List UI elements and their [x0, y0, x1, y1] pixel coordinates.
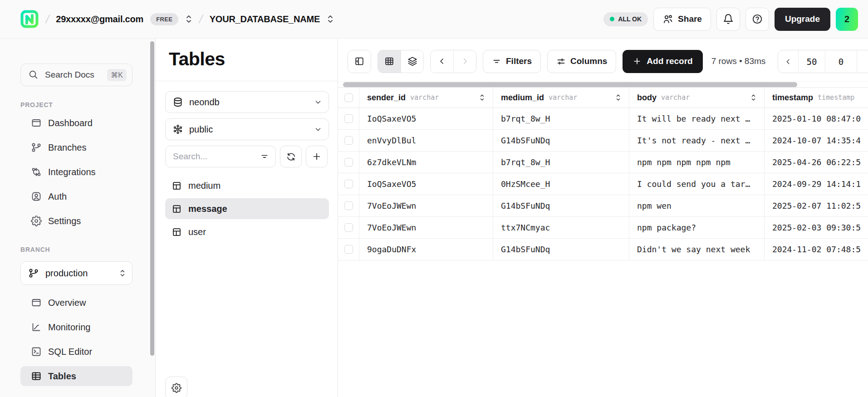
cell-body[interactable]: Didn't we say next week: [629, 239, 765, 260]
sidebar-scrollbar[interactable]: [150, 41, 154, 356]
sidebar-item-monitoring[interactable]: Monitoring: [20, 317, 132, 337]
panel-settings-button[interactable]: [165, 377, 187, 397]
sidebar-item-auth[interactable]: Auth: [20, 186, 132, 206]
filters-button[interactable]: Filters: [483, 50, 541, 73]
chevron-updown-icon[interactable]: [327, 14, 334, 24]
table-list-item-medium[interactable]: medium: [165, 175, 329, 196]
chevron-down-icon: [314, 125, 322, 133]
sidebar-item-integrations[interactable]: Integrations: [20, 162, 132, 182]
cell-medium_id[interactable]: ttx7NCmyac: [493, 217, 629, 238]
pagination-prev-button[interactable]: [778, 50, 798, 73]
cell-medium_id[interactable]: G14bSFuNDq: [493, 195, 629, 216]
branch-selector[interactable]: production: [20, 261, 132, 285]
breadcrumb-account[interactable]: 29xxxxx@gmail.com: [56, 14, 143, 25]
row-checkbox[interactable]: [344, 180, 353, 188]
status-badge[interactable]: ALL OK: [603, 12, 648, 26]
add-table-button[interactable]: [306, 146, 328, 167]
next-page-button[interactable]: [453, 50, 476, 73]
table-list-item-message[interactable]: message: [165, 198, 329, 219]
sidebar-item-label: Tables: [48, 371, 76, 382]
cell-medium_id[interactable]: 0HzSMcee_H: [493, 173, 629, 195]
database-selector[interactable]: neondb: [165, 91, 329, 113]
cell-medium_id[interactable]: G14bSFuNDq: [493, 130, 629, 151]
cell-timestamp[interactable]: 2024-10-07 14:35:4: [765, 130, 868, 151]
row-checkbox[interactable]: [344, 223, 353, 232]
page-offset-field[interactable]: 0: [825, 50, 856, 73]
sort-icon[interactable]: [750, 93, 756, 102]
prev-page-button[interactable]: [431, 50, 453, 73]
sidebar-item-dashboard[interactable]: Dashboard: [20, 113, 132, 133]
collapse-panel-button[interactable]: [348, 50, 371, 73]
sidebar-item-tables[interactable]: Tables: [20, 366, 132, 386]
row-checkbox[interactable]: [344, 114, 353, 123]
cell-timestamp[interactable]: 2025-04-26 06:22:5: [765, 152, 868, 173]
cell-body[interactable]: I could send you a tar…: [629, 173, 765, 195]
sort-icon[interactable]: [479, 93, 485, 102]
cell-sender_id[interactable]: 9ogaDuDNFx: [359, 239, 493, 260]
page-size-field[interactable]: 50: [798, 50, 825, 73]
share-button[interactable]: Share: [653, 8, 711, 31]
cell-timestamp[interactable]: 2024-09-29 14:14:1: [765, 173, 868, 195]
cell-body[interactable]: It's not ready - next …: [629, 130, 765, 151]
filter-icon[interactable]: [260, 152, 269, 161]
cell-body[interactable]: npm npm npm npm npm: [629, 152, 765, 173]
tables-panel: Tables neondb public: [156, 39, 338, 397]
notifications-button[interactable]: [716, 8, 740, 31]
cell-timestamp[interactable]: 2024-11-02 07:48:5: [765, 239, 868, 260]
column-type: varchar: [661, 93, 690, 102]
upgrade-button[interactable]: Upgrade: [775, 8, 830, 31]
cell-medium_id[interactable]: G14bSFuNDq: [493, 239, 629, 260]
schema-selector[interactable]: public: [165, 118, 329, 140]
help-icon: [752, 14, 763, 25]
sidebar-item-settings[interactable]: Settings: [20, 211, 132, 231]
cell-sender_id[interactable]: IoQSaxeVO5: [359, 173, 493, 195]
branch-selector-value: production: [45, 268, 113, 279]
column-header-sender_id[interactable]: sender_idvarchar: [359, 88, 493, 108]
table-search-input[interactable]: [173, 152, 260, 162]
column-header-medium_id[interactable]: medium_idvarchar: [493, 88, 629, 108]
sidebar-item-overview[interactable]: Overview: [20, 293, 132, 313]
add-record-button[interactable]: Add record: [623, 50, 702, 73]
help-button[interactable]: [745, 8, 769, 31]
cell-sender_id[interactable]: IoQSaxeVO5: [359, 108, 493, 129]
row-checkbox[interactable]: [344, 136, 353, 145]
table-list-item-user[interactable]: user: [165, 221, 329, 242]
cell-body[interactable]: npm wen: [629, 195, 765, 216]
breadcrumb-project[interactable]: YOUR_DATABASE_NAME: [210, 14, 320, 25]
cell-sender_id[interactable]: 6z7dkeVLNm: [359, 152, 493, 173]
neon-logo-icon[interactable]: [20, 10, 39, 29]
sort-icon[interactable]: [615, 93, 621, 102]
cell-body[interactable]: It will be ready next …: [629, 108, 765, 129]
cell-timestamp[interactable]: 2025-02-07 11:02:5: [765, 195, 868, 216]
refresh-button[interactable]: [280, 146, 302, 167]
table-name: medium: [188, 181, 221, 191]
cell-timestamp[interactable]: 2025-01-10 08:47:0: [765, 108, 868, 129]
cell-medium_id[interactable]: b7rqt_8w_H: [493, 108, 629, 129]
scrollbar-thumb[interactable]: [343, 82, 797, 87]
pagination-next-button[interactable]: [857, 50, 868, 73]
column-header-timestamp[interactable]: timestamptimestamp: [765, 88, 868, 108]
branch-section-label: BRANCH: [20, 246, 132, 253]
cell-sender_id[interactable]: 7VoEoJWEwn: [359, 217, 493, 238]
search-docs-button[interactable]: Search Docs ⌘K: [20, 64, 132, 86]
row-checkbox[interactable]: [344, 245, 353, 254]
layers-view-button[interactable]: [401, 50, 423, 73]
row-checkbox[interactable]: [344, 158, 353, 167]
cell-medium_id[interactable]: b7rqt_8w_H: [493, 152, 629, 173]
select-all-checkbox[interactable]: [344, 93, 353, 102]
cell-timestamp[interactable]: 2025-02-03 09:30:5: [765, 217, 868, 238]
table-row: 7VoEoJWEwnG14bSFuNDqnpm wen2025-02-07 11…: [338, 195, 868, 217]
cell-sender_id[interactable]: enVvyDlBul: [359, 130, 493, 151]
grid-view-button[interactable]: [378, 50, 401, 73]
row-checkbox[interactable]: [344, 201, 353, 210]
cell-sender_id[interactable]: 7VoEoJWEwn: [359, 195, 493, 216]
chevron-updown-icon[interactable]: [185, 14, 192, 24]
notification-badge[interactable]: 2: [836, 8, 858, 31]
sidebar-item-branches[interactable]: Branches: [20, 137, 132, 157]
horizontal-scrollbar[interactable]: [338, 81, 868, 87]
column-header-body[interactable]: bodyvarchar: [629, 88, 765, 108]
cell-body[interactable]: npm package?: [629, 217, 765, 238]
sidebar-item-sql-editor[interactable]: SQL Editor: [20, 342, 132, 362]
columns-button[interactable]: Columns: [547, 50, 616, 73]
sidebar-item-label: Settings: [48, 216, 81, 226]
